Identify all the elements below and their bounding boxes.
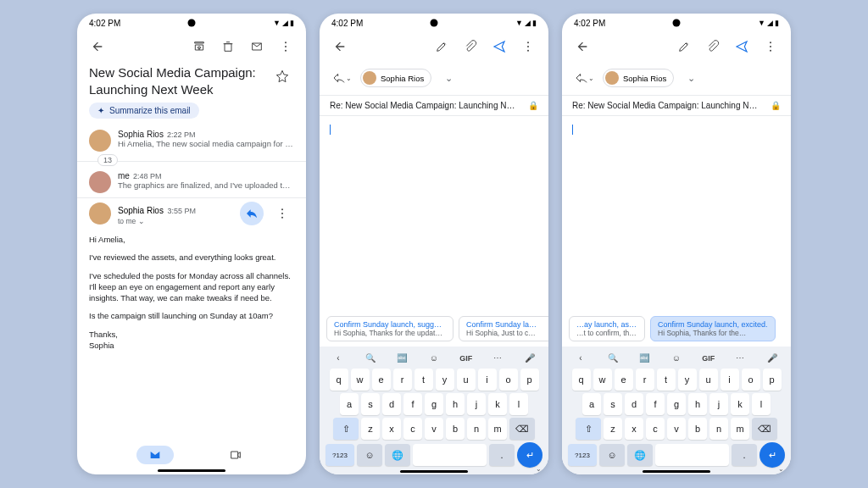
key-u[interactable]: u (699, 369, 718, 391)
key-d[interactable]: d (382, 393, 401, 415)
kb-search-icon[interactable]: 🔍 (604, 353, 621, 363)
key-u[interactable]: u (457, 369, 476, 391)
collapse-keyboard-icon[interactable]: ⌄ (536, 465, 542, 473)
key-x[interactable]: x (382, 418, 401, 440)
globe-key[interactable]: 🌐 (627, 444, 653, 466)
meet-tab[interactable] (224, 443, 248, 467)
more-button[interactable] (274, 35, 298, 58)
key-v[interactable]: v (667, 418, 686, 440)
star-button[interactable] (270, 64, 294, 88)
key-b[interactable]: b (688, 418, 707, 440)
key-x[interactable]: x (625, 418, 643, 440)
key-f[interactable]: f (646, 393, 665, 415)
key-y[interactable]: y (678, 369, 697, 391)
subject-field[interactable]: Re: New Social Media Campaign: Launching… (320, 96, 548, 116)
key-c[interactable]: c (403, 418, 422, 440)
symbols-key[interactable]: ?123 (326, 444, 354, 466)
summarize-chip[interactable]: ✦ Summarize this email (89, 103, 199, 119)
home-indicator[interactable] (400, 470, 468, 473)
key-f[interactable]: f (403, 393, 422, 415)
key-d[interactable]: d (625, 393, 643, 415)
enter-key[interactable]: ↵ (517, 442, 542, 468)
shift-key[interactable]: ⇧ (576, 418, 601, 440)
kb-back-icon[interactable]: ‹ (572, 353, 589, 363)
key-j[interactable]: j (709, 393, 728, 415)
back-button[interactable] (570, 35, 594, 58)
shift-key[interactable]: ⇧ (333, 418, 359, 440)
thread-divider[interactable]: 13 (77, 161, 306, 162)
send-button[interactable] (487, 35, 511, 58)
back-button[interactable] (328, 35, 352, 58)
send-button[interactable] (730, 35, 754, 58)
recipient-line[interactable]: to me ⌄ (118, 217, 233, 225)
period-key[interactable]: . (732, 444, 757, 466)
key-m[interactable]: m (731, 418, 749, 440)
kb-back-icon[interactable]: ‹ (330, 353, 347, 363)
key-w[interactable]: w (593, 369, 612, 391)
reply-button[interactable] (240, 202, 264, 225)
archive-button[interactable] (187, 35, 211, 58)
backspace-key[interactable]: ⌫ (509, 418, 535, 440)
message-collapsed[interactable]: Sophia Rios 2:22 PM Hi Amelia, The new s… (77, 125, 306, 156)
more-button[interactable] (759, 35, 782, 58)
period-key[interactable]: . (489, 444, 515, 466)
enter-key[interactable]: ↵ (760, 442, 785, 468)
compose-ai-button[interactable] (672, 35, 696, 58)
key-t[interactable]: t (415, 369, 433, 391)
key-s[interactable]: s (361, 393, 380, 415)
key-p[interactable]: p (763, 369, 782, 391)
key-l[interactable]: l (752, 393, 771, 415)
attach-button[interactable] (701, 35, 725, 58)
attach-button[interactable] (459, 35, 482, 58)
key-z[interactable]: z (361, 418, 380, 440)
back-button[interactable] (86, 35, 109, 58)
recipient-chip[interactable]: Sophia Rios (603, 69, 674, 87)
key-s[interactable]: s (604, 393, 622, 415)
key-o[interactable]: o (499, 369, 518, 391)
key-a[interactable]: a (582, 393, 601, 415)
kb-search-icon[interactable]: 🔍 (362, 353, 379, 363)
key-g[interactable]: g (425, 393, 443, 415)
emoji-key[interactable]: ☺ (599, 444, 625, 466)
emoji-key[interactable]: ☺ (357, 444, 382, 466)
kb-more-icon[interactable]: ⋯ (489, 353, 506, 363)
reply-type-button[interactable]: ⌄ (330, 66, 353, 90)
mail-tab[interactable] (136, 446, 174, 464)
space-key[interactable] (655, 444, 729, 466)
more-button[interactable] (516, 35, 540, 58)
key-v[interactable]: v (425, 418, 443, 440)
kb-sticker-icon[interactable]: ☺ (668, 353, 685, 363)
key-i[interactable]: i (721, 369, 739, 391)
key-c[interactable]: c (646, 418, 665, 440)
key-e[interactable]: e (372, 369, 391, 391)
compose-ai-button[interactable] (430, 35, 453, 58)
home-indicator[interactable] (643, 470, 710, 473)
key-e[interactable]: e (615, 369, 633, 391)
key-y[interactable]: y (436, 369, 454, 391)
key-z[interactable]: z (604, 418, 622, 440)
kb-mic-icon[interactable]: 🎤 (521, 353, 538, 363)
key-t[interactable]: t (657, 369, 676, 391)
compose-body[interactable] (320, 116, 548, 311)
key-k[interactable]: k (488, 393, 507, 415)
key-n[interactable]: n (709, 418, 728, 440)
kb-more-icon[interactable]: ⋯ (732, 353, 748, 363)
kb-gif-button[interactable]: GIF (458, 354, 475, 363)
key-a[interactable]: a (340, 393, 359, 415)
kb-translate-icon[interactable]: 🔤 (636, 353, 653, 363)
kb-mic-icon[interactable]: 🎤 (764, 353, 781, 363)
globe-key[interactable]: 🌐 (385, 444, 410, 466)
kb-gif-button[interactable]: GIF (700, 354, 717, 363)
key-j[interactable]: j (467, 393, 486, 415)
symbols-key[interactable]: ?123 (568, 444, 597, 466)
suggestion-card[interactable]: Confirm Sunday la… Hi Sophia, Just to c… (459, 316, 548, 341)
space-key[interactable] (413, 444, 487, 466)
key-n[interactable]: n (467, 418, 486, 440)
kb-translate-icon[interactable]: 🔤 (393, 353, 410, 363)
subject-field[interactable]: Re: New Social Media Campaign: Launching… (562, 96, 791, 116)
compose-body[interactable] (562, 116, 791, 311)
recipient-chip[interactable]: Sophia Rios (360, 69, 431, 87)
key-b[interactable]: b (446, 418, 465, 440)
message-collapsed[interactable]: me 2:48 PM The graphics are finalized, a… (77, 167, 306, 197)
key-i[interactable]: i (478, 369, 497, 391)
